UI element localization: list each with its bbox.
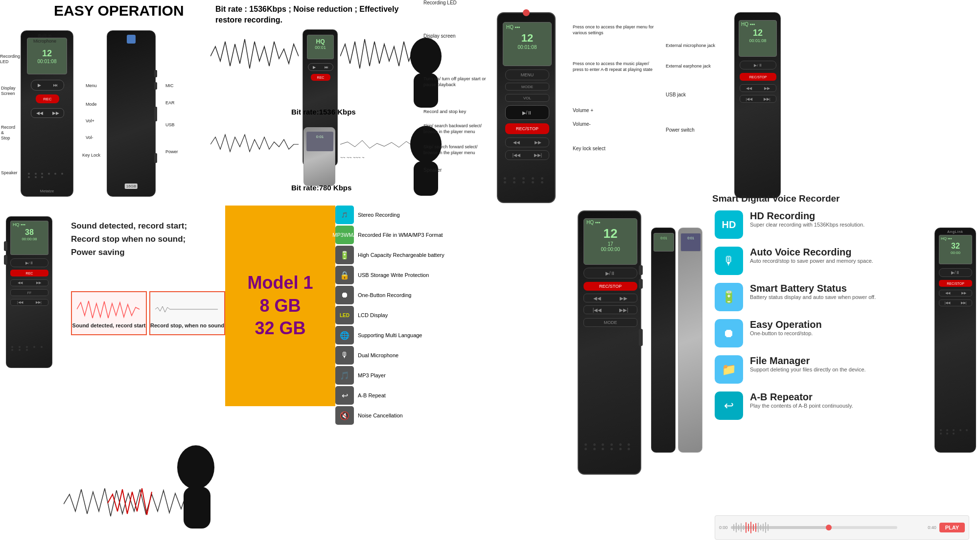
label-speaker: Speaker [1,170,18,175]
feature-dual-mic: 🎙 Dual Microphone [335,346,548,365]
feature-lcd-label: LCD Display [358,312,388,318]
thin-device-1: 0:01 [651,228,676,453]
feature-one-button-label: One-Button Recording [358,292,411,298]
feature-usb-storage-label: USB Storage Write Protection [358,272,429,278]
annotation-turn-on-off: Turn on/ turn off player start or pause … [423,76,487,88]
label-mic: MIC [165,83,174,88]
feature-ab-repeat-label: A-B Repeat [358,392,386,398]
feature-ab-repeat: ↩ A-B Repeat [335,386,548,405]
model-box: Model 1 8 GB 32 GB [225,206,335,406]
waveform-bottom [210,122,299,166]
svg-rect-16 [750,522,751,533]
bit-rate-bottom-label: Bit rate:780 Kbps [291,184,351,192]
middle-bottom-section: Model 1 8 GB 32 GB 🎵 Stereo Recording MP… [225,206,548,552]
annotation-speaker: Speaker [423,167,442,173]
model-label: Model 1 8 GB 32 GB [247,272,313,340]
feature-recorded-file: MP3WMA Recorded File in WMA/MP3 Format [335,226,548,244]
annotation-external-mic: External microphone jack [666,43,724,49]
feature-one-button: ⏺ One-Button Recording [335,286,548,304]
annotation-external-ear: External earphone jack [666,64,724,69]
easy-op-desc: One-button to record/stop. [750,330,822,336]
smart-battery-title: Smart Battery Status [750,283,876,294]
feature-usb-storage: 🔒 USB Storage Write Protection [335,266,548,284]
svg-point-24 [826,525,832,530]
thin-device-2: 0:01 [678,228,702,453]
svg-rect-14 [746,522,747,533]
svg-rect-18 [755,523,756,532]
anglink-device-right: AngLink HQ ▪▪▪ 32 00:00 ▶/⏸ REC/STOP ◀◀▶… [934,228,976,453]
svg-rect-15 [748,524,749,531]
ab-repeator-title: A-B Repeator [750,391,853,403]
auto-voice-desc: Auto record/stop to save power and memor… [750,258,873,264]
play-button[interactable]: PLAY [939,523,965,532]
svg-rect-6 [184,487,210,529]
middle-top-section: Bit rate : 1536Kbps ; Noise reduction ; … [206,0,426,206]
label-builtin-mic: Built-inMicrophone [33,33,56,44]
svg-text:~~ ~~ ~~~ ~: ~~ ~~ ~~~ ~ [340,155,365,160]
feature-easy-op: ⏺ Easy Operation One-button to record/st… [715,319,969,347]
annotation-power-switch: Power switch [666,127,695,133]
easy-op-title: Easy Operation [750,319,822,330]
label-volplus: Vol+ [86,118,94,123]
hd-recording-desc: Super clear recording with 1536Kbps reso… [750,222,864,228]
annotation-display-screen: Display screen [423,33,456,39]
svg-rect-21 [763,524,764,531]
feature-hd-recording: HD HD Recording Super clear recording wi… [715,210,969,239]
svg-rect-12 [741,523,742,532]
feature-high-capacity: 🔋 High Capacity Rechargeable battery [335,246,548,264]
svg-rect-17 [753,524,754,531]
annotated-device-main: HQ ▪▪▪ 12 00:01:08 MENU MODE VOL ▶/⏸ REC… [497,12,556,203]
right-bottom-section: HQ ▪▪▪ 12 17 00:00:00 ▶/⏸ REC/STOP ◀◀▶▶ … [548,206,980,552]
label-usb: USB [165,122,175,127]
label-power: Power [165,149,178,154]
sound-box-2: Record stop, when no sound [149,291,225,335]
feature-stereo-recording-label: Stereo Recording [358,212,400,218]
feature-noise-cancel: 🔇 Noise Cancellation [335,406,548,425]
svg-rect-11 [738,525,739,530]
large-device-bottom: HQ ▪▪▪ 12 17 00:00:00 ▶/⏸ REC/STOP ◀◀▶▶ … [578,210,641,475]
svg-rect-10 [736,523,737,532]
face-silhouette-bottom-left [166,440,220,529]
smart-digital-label: Smart Digital Voice Recorder [712,193,840,204]
svg-point-5 [177,445,214,489]
feature-list: 🎵 Stereo Recording MP3WMA Recorded File … [335,206,548,426]
label-ear: EAR [165,100,175,105]
left-device: 12 00:01:08 ▶⏭ REC ◀◀▶▶ Metatze [21,30,73,197]
feature-mp3: 🎵 MP3 Player [335,366,548,385]
feature-descriptions: HD HD Recording Super clear recording wi… [715,210,969,428]
bit-rate-top-label: Bit rate:1536 Kbps [291,108,356,116]
right-device-back: 16GB [107,30,156,197]
annotation-volume-minus: Volume- [573,121,591,127]
bit-rate-description: Bit rate : 1536Kbps ; Noise reduction ; … [215,4,426,26]
annotation-press-once-2: Press once to access the music player/ p… [573,61,661,72]
feature-high-capacity-label: High Capacity Rechargeable battery [358,252,444,258]
feature-multi-lang: 🌐 Supporting Multi Language [335,326,548,345]
small-device: HQ ▪▪▪ 38 00:00:08 ▶/⏸ REC ◀◀▶▶ FF |◀◀▶▶… [6,216,52,368]
svg-rect-13 [743,525,744,530]
svg-rect-20 [760,525,761,530]
label-mode: Mode [86,102,97,107]
center-device-bottom: 0:01 [303,127,335,186]
annotation-key-lock: Key lock select [573,146,606,151]
label-display-screen: DisplayScreen [1,86,16,96]
feature-ab-repeator: ↩ A-B Repeator Play the contents of A-B … [715,391,969,420]
sound-features-text: Sound detected, record start; Record sto… [71,219,187,259]
hd-recording-title: HD Recording [750,210,864,222]
ab-repeator-desc: Play the contents of A-B point continuou… [750,403,853,409]
annotation-record-stop: Record and stop key [423,109,466,114]
annotation-usb-jack: USB jack [666,92,686,97]
label-recording-led: RecordingLED [0,54,20,65]
svg-rect-19 [758,523,759,532]
smart-battery-desc: Battery status display and auto save whe… [750,294,876,300]
svg-rect-23 [768,524,769,531]
feature-stereo-recording: 🎵 Stereo Recording [335,206,548,224]
feature-mp3-label: MP3 Player [358,372,386,378]
label-volminus: Vol- [86,135,93,140]
sound-box-1: Sound detected, record start [71,291,147,335]
label-keylock: Key Lock [82,153,100,158]
feature-recorded-file-label: Recorded File in WMA/MP3 Format [358,232,443,238]
label-menu: Menu [86,83,97,88]
svg-rect-22 [765,522,766,533]
annotation-skip-fwd: Skip/ search forward select/ browse in t… [423,144,492,156]
feature-file-manager: 📁 File Manager Support deleting your fil… [715,355,969,384]
